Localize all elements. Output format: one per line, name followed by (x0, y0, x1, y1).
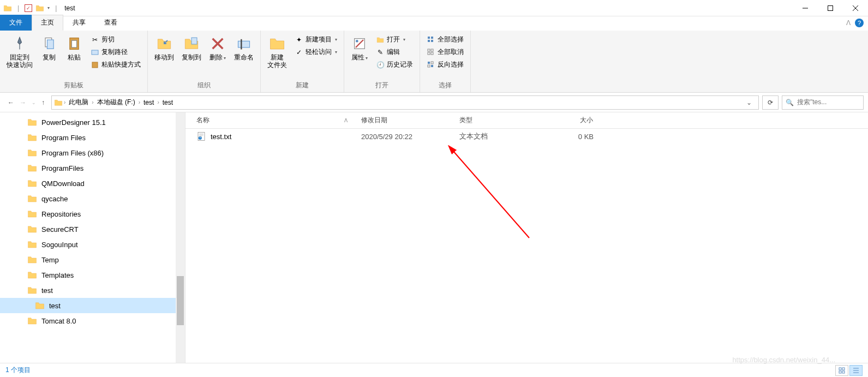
crumb-pc[interactable]: 此电脑 (67, 97, 91, 108)
qat-dropdown-icon[interactable]: ▾ (47, 5, 50, 10)
crumb-sep-icon[interactable]: › (157, 99, 159, 105)
tree-item[interactable]: QMDownload (0, 176, 185, 191)
close-button[interactable] (843, 0, 868, 16)
tree-item[interactable]: test (0, 283, 185, 298)
paste-shortcut-button[interactable]: 粘贴快捷方式 (89, 59, 142, 70)
edit-button[interactable]: ✎编辑 (375, 46, 414, 58)
properties-button[interactable]: 属性▾ (348, 33, 372, 64)
tab-file[interactable]: 文件 (0, 15, 32, 31)
qat-divider2: | (55, 4, 57, 12)
crumb-drive[interactable]: 本地磁盘 (F:) (95, 97, 137, 108)
crumb-folder[interactable]: test (141, 98, 156, 107)
tree-item[interactable]: PowerDesigner 15.1 (0, 115, 185, 130)
crumb-folder[interactable]: test (160, 98, 175, 107)
collapse-ribbon-icon[interactable]: ᐱ (846, 19, 851, 27)
tree-item-label: Repositories (41, 210, 81, 218)
tree-item[interactable]: Repositories (0, 206, 185, 222)
search-icon: 🔍 (786, 99, 794, 106)
tree-item[interactable]: test (0, 298, 185, 313)
easy-access-button[interactable]: ✓轻松访问▾ (294, 46, 338, 58)
svg-rect-31 (842, 371, 845, 373)
column-type[interactable]: 类型 (453, 116, 535, 125)
open-button[interactable]: 打开▾ (375, 34, 414, 45)
crumb-sep-icon[interactable]: › (64, 99, 65, 105)
refresh-button[interactable]: ⟳ (762, 95, 779, 110)
window-title: test (64, 4, 75, 12)
address-bar[interactable]: › 此电脑 › 本地磁盘 (F:) › test › test ⌄ (51, 95, 759, 110)
svg-rect-26 (431, 65, 433, 67)
select-all-button[interactable]: 全部选择 (426, 34, 465, 45)
svg-rect-25 (428, 65, 430, 67)
group-label-clipboard: 剪贴板 (3, 80, 144, 91)
sidebar-scrollbar[interactable] (176, 112, 185, 363)
svg-rect-22 (431, 52, 433, 55)
paste-button[interactable]: 粘贴 (62, 33, 86, 63)
tree-item[interactable]: SecureCRT (0, 222, 185, 237)
select-none-button[interactable]: 全部取消 (426, 46, 465, 58)
recent-dropdown-icon[interactable]: ⌄ (32, 100, 36, 105)
up-button[interactable]: ↑ (41, 99, 45, 106)
tree-item[interactable]: ProgramFiles (0, 160, 185, 176)
forward-button[interactable]: → (20, 99, 26, 106)
tree-item-label: Temp (41, 256, 59, 264)
back-button[interactable]: ← (8, 99, 14, 106)
rename-button[interactable]: 重命名 (231, 33, 257, 63)
tree-item[interactable]: SogouInput (0, 237, 185, 252)
tree-item-label: Templates (41, 271, 74, 279)
watermark-text: https://blog.csdn.net/weixin_44... (732, 356, 835, 364)
pin-to-quickaccess-button[interactable]: 固定到 快速访问 (3, 33, 36, 71)
copy-path-button[interactable]: 复制路径 (89, 46, 142, 58)
help-icon[interactable]: ? (855, 19, 864, 27)
folder-icon (27, 178, 37, 188)
maximize-button[interactable] (818, 0, 843, 16)
file-row[interactable]: test.txt2020/5/29 20:22文本文档0 KB (185, 129, 868, 144)
tree-item[interactable]: qycache (0, 191, 185, 206)
tree-item[interactable]: Program Files (0, 130, 185, 145)
ribbon-tabs: 文件 主页 共享 查看 ᐱ ? (0, 16, 868, 31)
history-button[interactable]: 🕘历史记录 (375, 59, 414, 70)
qat-checkbox-icon[interactable]: ✓ (25, 4, 32, 12)
svg-rect-16 (431, 37, 433, 39)
copy-button[interactable]: 复制 (37, 33, 61, 63)
folder-icon (27, 240, 37, 249)
address-dropdown-icon[interactable]: ⌄ (742, 99, 756, 106)
tree-item[interactable]: Temp (0, 252, 185, 267)
delete-button[interactable]: 删除▾ (206, 33, 230, 64)
moveto-button[interactable]: 移动到 (151, 33, 177, 63)
invert-selection-button[interactable]: 反向选择 (426, 59, 465, 70)
column-name[interactable]: 名称ᐱ (185, 116, 355, 125)
column-date[interactable]: 修改日期 (355, 116, 453, 125)
navigation-pane[interactable]: PowerDesigner 15.1Program FilesProgram F… (0, 112, 185, 363)
status-bar: 1 个项目 (0, 363, 868, 377)
status-text: 1 个项目 (5, 366, 31, 375)
view-details-button[interactable] (849, 365, 863, 376)
new-item-button[interactable]: ✦新建项目▾ (294, 34, 338, 45)
file-name: test.txt (211, 133, 231, 141)
tree-item-label: Tomcat 8.0 (41, 317, 76, 325)
tree-item[interactable]: Program Files (x86) (0, 145, 185, 160)
copyto-button[interactable]: 复制到 (178, 33, 205, 63)
svg-rect-29 (842, 368, 845, 370)
tree-item[interactable]: Tomcat 8.0 (0, 313, 185, 328)
tab-home[interactable]: 主页 (32, 15, 63, 31)
cut-button[interactable]: ✂剪切 (89, 34, 142, 45)
new-folder-button[interactable]: 新建 文件夹 (264, 33, 290, 71)
tree-item[interactable]: Templates (0, 267, 185, 283)
view-thumbnails-button[interactable] (835, 365, 848, 376)
folder-icon (27, 255, 37, 265)
scrollbar-thumb[interactable] (177, 276, 184, 325)
tab-share[interactable]: 共享 (63, 15, 95, 31)
crumb-sep-icon[interactable]: › (92, 99, 93, 105)
tab-view[interactable]: 查看 (95, 15, 127, 31)
svg-rect-24 (431, 62, 433, 64)
file-list-pane[interactable]: 名称ᐱ 修改日期 类型 大小 test.txt2020/5/29 20:22文本… (185, 112, 868, 363)
file-type: 文本文档 (453, 131, 535, 141)
column-size[interactable]: 大小 (535, 116, 600, 125)
navigation-bar: ← → ⌄ ↑ › 此电脑 › 本地磁盘 (F:) › test › test … (0, 93, 868, 112)
qat-folder-icon[interactable] (35, 4, 44, 13)
crumb-sep-icon[interactable]: › (139, 99, 140, 105)
folder-icon (27, 117, 37, 127)
svg-rect-3 (828, 5, 833, 10)
search-box[interactable]: 🔍 搜索"tes... (782, 95, 864, 110)
minimize-button[interactable] (793, 0, 818, 16)
